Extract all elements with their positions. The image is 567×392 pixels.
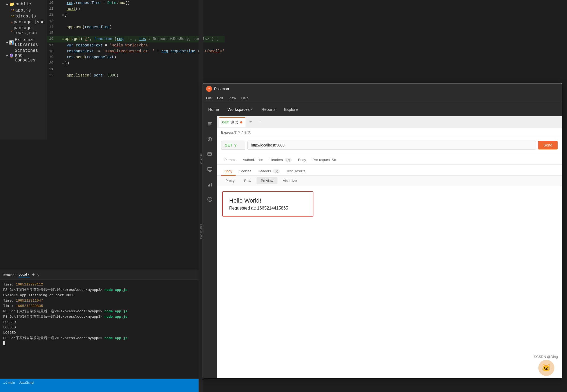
term-cursor <box>3 341 195 345</box>
line-num-12: 12 <box>47 12 58 18</box>
resp-body-tab[interactable]: Body <box>221 167 236 176</box>
svg-rect-7 <box>208 167 212 170</box>
nav-workspaces[interactable]: Workspaces <box>228 106 250 113</box>
method-label: GET <box>225 143 232 147</box>
history-icon[interactable] <box>205 149 215 159</box>
nav-explore[interactable]: Explore <box>284 106 298 113</box>
tree-item-packagelockjson[interactable]: ⚙ package-lock.json <box>0 25 47 36</box>
svg-rect-10 <box>211 183 212 186</box>
file-tree-panel: ▶ 📁 public JS app.js JS birds.js ⚙ packa… <box>0 0 47 140</box>
pre-request-tab[interactable]: Pre-request Sc <box>309 156 339 164</box>
code-line-20: 20 ⊖}) <box>47 60 225 67</box>
resp-headers-count: (7) <box>273 169 280 173</box>
preview-format-tabs: Pretty Raw Preview Visualize <box>217 176 562 186</box>
structure-label[interactable]: Structure <box>199 153 203 165</box>
monitor-icon[interactable] <box>205 164 215 174</box>
request-tab-active[interactable]: GET 测试 <box>219 117 246 127</box>
js-icon: JS <box>11 9 14 12</box>
preview-tab[interactable]: Preview <box>257 177 277 184</box>
method-chevron-icon: ∨ <box>234 143 237 147</box>
workspaces-nav[interactable]: Workspaces ∨ <box>228 106 253 113</box>
nav-reports[interactable]: Reports <box>261 106 276 113</box>
tree-item-packagejson[interactable]: ⚙ package.json <box>0 19 47 25</box>
tree-label-appjs: app.js <box>15 8 31 13</box>
more-tabs-button[interactable]: ··· <box>256 118 265 126</box>
svg-rect-2 <box>208 123 211 124</box>
code-line-11: 11 next() <box>47 6 225 12</box>
code-line-13: 13 <box>47 18 225 24</box>
tree-item-birdsjs[interactable]: JS birds.js <box>0 13 47 19</box>
code-line-17: 17 var responseText = 'Hello World!<br>' <box>47 42 225 48</box>
terminal-add-tab[interactable]: + <box>32 272 35 278</box>
svg-point-0 <box>207 87 211 90</box>
body-tab[interactable]: Body <box>295 156 309 164</box>
csdn-label: ©CSDN @Ding- <box>534 355 559 359</box>
nav-home[interactable]: Home <box>208 106 219 113</box>
line-num-13: 13 <box>47 18 58 24</box>
terminal-body: Time: 1665212297112 PS G:\丁家雄自学前端最后一遍\10… <box>0 280 199 377</box>
resp-headers-tab[interactable]: Headers (7) <box>255 167 283 176</box>
scratch-icon: 🔮 <box>9 53 14 58</box>
method-select[interactable]: GET ∨ <box>221 141 245 150</box>
clock-icon[interactable] <box>205 195 215 204</box>
terminal-tab-bar: Terminal: Local × + ∨ <box>0 270 199 280</box>
response-line2: Requested at: 1665214415865 <box>229 206 306 211</box>
status-bar-content: ⎇ main JavaScript <box>0 379 199 387</box>
tree-label-public: public <box>16 2 31 7</box>
request-breadcrumb: Express学习 / 测试 <box>217 128 562 137</box>
code-line-19: 19 res.send(responseText) <box>47 54 225 60</box>
code-editor: 10 req.requestTime = Date.now() 11 next(… <box>47 0 225 140</box>
terminal-panel: Terminal: Local × + ∨ Time: 166521229711… <box>0 270 199 377</box>
expand-arrow-icon-3: ▶ <box>6 54 8 57</box>
breadcrumb-text: Express学习 / 测试 <box>221 130 251 134</box>
raw-tab[interactable]: Raw <box>240 177 255 184</box>
line-num-17: 17 <box>47 42 58 48</box>
add-tab-button[interactable]: + <box>247 118 255 126</box>
send-button[interactable]: Send <box>538 141 558 149</box>
line-num-21: 21 <box>47 67 58 72</box>
resp-cookies-tab[interactable]: Cookies <box>236 167 255 176</box>
headers-tab[interactable]: Headers (7) <box>266 156 295 164</box>
params-tab[interactable]: Params <box>221 156 240 164</box>
tree-item-public[interactable]: ▶ 📁 public <box>0 1 47 8</box>
authorization-tab[interactable]: Authorization <box>240 156 266 164</box>
chevron-down-icon: ∨ <box>251 108 253 111</box>
term-line-8: PS G:\丁家雄自学前端最后一遍\10express\code\myapp3>… <box>3 336 195 341</box>
svg-rect-4 <box>208 126 210 126</box>
tree-item-appjs[interactable]: JS app.js <box>0 8 47 13</box>
tree-item-external-libraries[interactable]: ▶ 📊 External Libraries <box>0 37 47 48</box>
postman-main-content: GET 测试 + ··· Express学习 / 测试 GET ∨ Send P… <box>217 116 562 378</box>
chart-icon[interactable] <box>205 179 215 189</box>
environments-icon[interactable] <box>205 134 215 144</box>
status-bar: ⎇ main JavaScript <box>0 379 199 392</box>
terminal-tab-local[interactable]: Local × <box>19 272 30 277</box>
tree-item-scratches[interactable]: ▶ 🔮 Scratches and Consoles <box>0 48 47 63</box>
menu-help[interactable]: Help <box>241 96 248 100</box>
menu-view[interactable]: View <box>228 96 236 100</box>
pretty-tab[interactable]: Pretty <box>221 177 239 184</box>
line-num-16: 16 <box>47 36 58 42</box>
line-num-15: 15 <box>47 30 58 36</box>
terminal-label: Terminal: <box>2 273 16 277</box>
term-line-logged-2: LOGGED <box>3 325 195 330</box>
folder-icon: 📁 <box>9 2 14 7</box>
visualize-tab[interactable]: Visualize <box>279 177 301 184</box>
code-line-10: 10 req.requestTime = Date.now() <box>47 0 225 6</box>
term-line-logged-3: LOGGED <box>3 330 195 336</box>
bookmarks-label[interactable]: Bookmarks <box>199 224 203 239</box>
url-input[interactable] <box>247 141 536 150</box>
ide-top-area: ▶ 📁 public JS app.js JS birds.js ⚙ packa… <box>0 0 199 140</box>
terminal-more-tabs[interactable]: ∨ <box>37 273 40 277</box>
response-line1: Hello World! <box>229 197 306 204</box>
code-line-15: 15 <box>47 30 225 36</box>
line-num-10: 10 <box>47 0 58 6</box>
menu-file[interactable]: File <box>206 96 212 100</box>
menu-edit[interactable]: Edit <box>217 96 223 100</box>
line-num-11: 11 <box>47 6 58 12</box>
term-line-7: PS G:\丁家雄自学前端最后一遍\10express\code\myapp3>… <box>3 314 195 320</box>
resp-test-results-tab[interactable]: Test Results <box>283 167 309 176</box>
collection-icon[interactable] <box>205 119 215 129</box>
term-line-5: Time: 1665212329835 <box>3 303 195 309</box>
postman-window: Postman File Edit View Help Home Workspa… <box>203 83 562 378</box>
tree-label-scratches: Scratches and Consoles <box>15 48 45 63</box>
